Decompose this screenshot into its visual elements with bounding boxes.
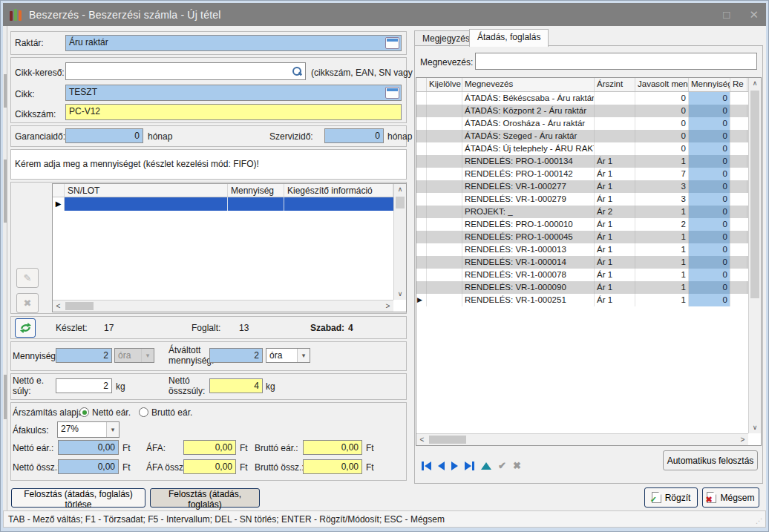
- cikk-kereso-input[interactable]: [65, 62, 306, 80]
- cell-mennyiseg[interactable]: 0: [689, 117, 730, 130]
- close-button[interactable]: ✕: [749, 8, 759, 22]
- scroll-down-icon[interactable]: ∨: [749, 422, 761, 433]
- snlot-col-snlot[interactable]: SN/LOT: [65, 184, 228, 197]
- rogzit-button[interactable]: ✓Rögzít: [644, 487, 698, 508]
- szerviz-field[interactable]: 0: [324, 128, 384, 143]
- grid-vscroll-thumb[interactable]: [750, 91, 759, 298]
- allocation-row[interactable]: RENDELÉS: PRO-1-000142Ár 170: [416, 168, 748, 180]
- raktar-lookup-icon[interactable]: [385, 37, 399, 49]
- netto-e-suly-input[interactable]: 2: [56, 378, 112, 393]
- col-megnevezes[interactable]: Megnevezés: [462, 78, 595, 91]
- cell-mennyiseg[interactable]: 0: [689, 105, 730, 117]
- cell-mennyiseg[interactable]: 0: [689, 243, 730, 256]
- megnevezes-input[interactable]: [475, 53, 757, 70]
- title-bar[interactable]: Beszerzés - Beszerzési számla - Új tétel…: [3, 3, 766, 26]
- allocation-row[interactable]: RENDELÉS: VR-1-000013Ár 110: [416, 243, 748, 256]
- col-re[interactable]: Re: [730, 78, 747, 91]
- delete-button[interactable]: ✖: [16, 293, 39, 313]
- cell-mennyiseg[interactable]: 0: [689, 294, 730, 306]
- allocation-row[interactable]: RENDELÉS: PRO-1-000134Ár 110: [416, 155, 748, 168]
- snlot-selected-row[interactable]: ▶: [53, 197, 393, 211]
- maximize-button[interactable]: □: [723, 8, 730, 21]
- atvaltott-unit-select[interactable]: óra▾: [266, 348, 310, 363]
- brutto-ear-field[interactable]: 0,00: [303, 440, 362, 455]
- afa-ossz-field[interactable]: 0,00: [183, 459, 236, 474]
- allocation-row[interactable]: ÁTADÁS: Békéscsaba - Áru raktár00: [416, 92, 748, 105]
- nav-next-button[interactable]: [451, 462, 458, 470]
- cell-mennyiseg[interactable]: 0: [689, 206, 730, 218]
- nav-last-button[interactable]: [465, 462, 474, 470]
- brutto-ossz-field[interactable]: 0,00: [303, 459, 362, 474]
- automatikus-felosztas-button[interactable]: Automatikus felosztás: [663, 450, 758, 470]
- cell-mennyiseg[interactable]: 0: [689, 281, 730, 294]
- afakulcs-select[interactable]: 27%▾: [57, 421, 120, 438]
- cell-mennyiseg[interactable]: 0: [689, 155, 730, 168]
- snlot-table[interactable]: SN/LOT Mennyiség Kiegészítő információ ▶…: [52, 183, 407, 312]
- allocation-row[interactable]: RENDELÉS: VR-1-000014Ár 110: [416, 256, 748, 269]
- snlot-hscrollbar[interactable]: < >: [53, 300, 393, 312]
- nav-first-button[interactable]: [422, 462, 431, 470]
- netto-ear-field[interactable]: 0,00: [58, 440, 119, 455]
- radio-netto-label[interactable]: Nettó eár.: [92, 407, 131, 418]
- snlot-col-kiegeszito[interactable]: Kiegészítő információ: [284, 184, 393, 197]
- scroll-up-icon[interactable]: ∧: [749, 78, 761, 89]
- cell-mennyiseg[interactable]: 0: [689, 92, 730, 105]
- allocation-row[interactable]: ▶RENDELÉS: VR-1-000251Ár 110: [416, 294, 748, 306]
- allocation-row[interactable]: ÁTADÁS: Központ 2 - Áru raktár00: [416, 105, 748, 117]
- snlot-vscroll-thumb[interactable]: [396, 197, 405, 208]
- felosztas-torles-button[interactable]: Felosztás (átadás, foglalás) törlése: [11, 488, 145, 508]
- allocation-row[interactable]: RENDELÉS: VR-1-000078Ár 110: [416, 269, 748, 281]
- snlot-col-mennyiseg[interactable]: Mennyiség: [228, 184, 284, 197]
- grid-vscrollbar[interactable]: ∧ ∨: [748, 78, 761, 433]
- cell-mennyiseg[interactable]: 0: [689, 168, 730, 180]
- refresh-button[interactable]: [15, 318, 36, 338]
- nav-prev-button[interactable]: [438, 462, 445, 470]
- nav-post-button[interactable]: ✔: [498, 460, 506, 471]
- scroll-left-icon[interactable]: <: [53, 301, 64, 312]
- cikk-field[interactable]: TESZT: [65, 85, 402, 101]
- col-javasolt[interactable]: Javasolt menn: [635, 78, 689, 91]
- cell-mennyiseg[interactable]: 0: [689, 218, 730, 231]
- scroll-right-icon[interactable]: >: [737, 434, 748, 445]
- cell-mennyiseg[interactable]: 0: [689, 231, 730, 243]
- cell-mennyiseg[interactable]: 0: [689, 256, 730, 269]
- radio-brutto-label[interactable]: Bruttó eár.: [151, 407, 192, 418]
- radio-netto-ear[interactable]: [79, 407, 89, 417]
- radio-brutto-ear[interactable]: [139, 407, 148, 417]
- scroll-down-icon[interactable]: ∨: [394, 289, 406, 300]
- raktar-field[interactable]: Áru raktár: [65, 35, 402, 51]
- netto-ossz-field[interactable]: 0,00: [58, 459, 119, 474]
- edit-button[interactable]: ✎: [16, 268, 39, 288]
- snlot-hscroll-thumb[interactable]: [65, 302, 94, 310]
- col-kijelolve[interactable]: Kijelölve: [427, 78, 462, 91]
- cikk-lookup-icon[interactable]: [385, 87, 399, 99]
- grid-hscrollbar[interactable]: < >: [416, 433, 748, 445]
- allocation-row[interactable]: RENDELÉS: VR-1-000279Ár 130: [416, 193, 748, 206]
- megsem-button[interactable]: ✖Mégsem: [702, 487, 759, 508]
- netto-osszsuly-input[interactable]: 4: [209, 378, 263, 393]
- allocation-row[interactable]: PROJEKT: _Ár 210: [416, 206, 748, 218]
- nav-cancel-button[interactable]: ✖: [513, 460, 521, 471]
- allocation-row[interactable]: RENDELÉS: PRO-1-000010Ár 120: [416, 218, 748, 231]
- allocation-row[interactable]: ÁTADÁS: Új telephely - ÁRU RAKTÁ00: [416, 142, 748, 155]
- nav-insert-button[interactable]: [481, 462, 491, 470]
- allocation-row[interactable]: RENDELÉS: VR-1-000090Ár 110: [416, 281, 748, 294]
- allocation-row[interactable]: RENDELÉS: PRO-1-000045Ár 110: [416, 231, 748, 243]
- tab-atadas-foglalas[interactable]: Átadás, foglalás: [469, 29, 549, 47]
- cell-mennyiseg[interactable]: 0: [689, 193, 730, 206]
- col-arszint[interactable]: Árszint: [595, 78, 635, 91]
- allocation-row[interactable]: ÁTADÁS: Orosháza - Áru raktár00: [416, 117, 748, 130]
- allocation-row[interactable]: ÁTADÁS: Szeged - Áru raktár00: [416, 130, 748, 142]
- grid-hscroll-thumb[interactable]: [429, 436, 466, 444]
- cell-mennyiseg[interactable]: 0: [689, 130, 730, 142]
- atvaltott-input[interactable]: 2: [209, 348, 263, 363]
- scroll-right-icon[interactable]: >: [382, 301, 393, 312]
- cell-mennyiseg[interactable]: 0: [689, 180, 730, 193]
- cikkszam-field[interactable]: PC-V12: [65, 104, 402, 120]
- allocation-grid[interactable]: Kijelölve Megnevezés Árszint Javasolt me…: [416, 77, 762, 446]
- allocation-row[interactable]: RENDELÉS: VR-1-000277Ár 130: [416, 180, 748, 193]
- felosztas-button[interactable]: Felosztás (átadás, foglalás): [150, 488, 260, 508]
- afa-field[interactable]: 0,00: [183, 440, 236, 455]
- garancia-field[interactable]: 0: [65, 128, 143, 143]
- resize-grip[interactable]: ⋰: [756, 517, 763, 525]
